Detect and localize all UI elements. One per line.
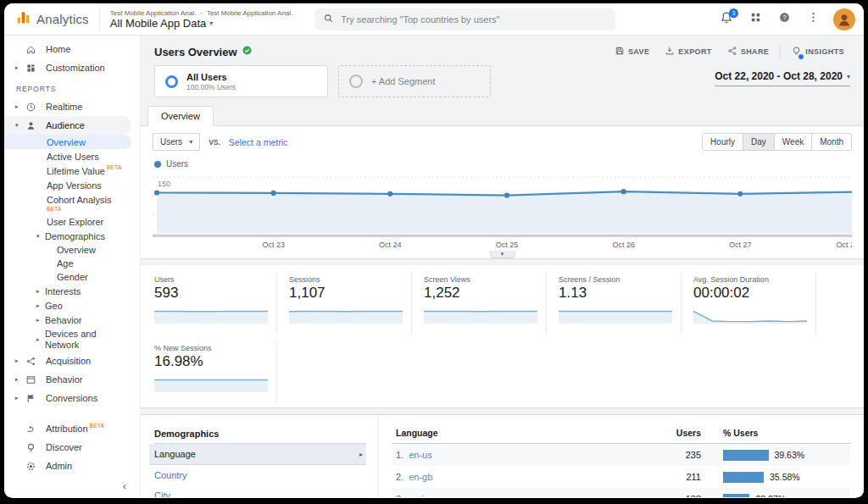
tab-overview[interactable]: Overview [147,106,214,126]
dimension-city[interactable]: City [154,485,366,497]
sidebar-item-customization[interactable]: ▸Customization [4,58,140,77]
select-metric-link[interactable]: Select a metric [229,137,287,147]
language-table: Language Users % Users 1.en-us23539.63%2… [379,415,864,497]
sidebar-item-attribution[interactable]: AttributionBETA [4,419,140,438]
save-button[interactable]: SAVE [607,43,657,60]
metric-sparkline [154,372,268,396]
dimension-label: City [154,490,170,497]
sidebar-item-active-users[interactable]: Active Users [4,149,140,163]
date-range-picker[interactable]: Oct 22, 2020 - Oct 28, 2020 ▾ [715,65,850,86]
add-segment-button[interactable]: + Add Segment [338,65,491,97]
pct-cell: 35.58% [723,472,850,483]
users-cell: 211 [642,472,701,482]
metric-value: 1.13 [559,285,672,302]
notifications-button[interactable]: 3 [718,11,735,28]
segment-subtitle: 100.00% Users [186,83,236,91]
sidebar-item-label: Admin [46,461,72,471]
segment-all-users[interactable]: All Users 100.00% Users [154,65,328,97]
metric-sparkline [289,303,403,327]
chart-legend-label: Users [166,159,188,169]
sidebar-item-acquisition[interactable]: ▸Acquisition [4,352,140,370]
sidebar-item-lifetime-value[interactable]: Lifetime ValueBETA [4,163,140,178]
granularity-month[interactable]: Month [811,134,851,150]
apps-grid-icon [749,11,762,27]
sidebar-item-cohort-analysis[interactable]: Cohort AnalysisBETA [4,192,140,214]
chevron-right-icon: ▸ [15,357,25,364]
chevron-down-icon: ▾ [189,138,192,146]
users-cell: 235 [642,450,701,460]
sidebar-item-overview[interactable]: Overview [4,243,140,257]
sidebar-item-label: Discover [46,442,82,452]
sidebar-item-geo[interactable]: ▸Geo [4,298,140,313]
sidebar-item-overview[interactable]: Overview [4,135,131,149]
sidebar-item-age[interactable]: Age [4,257,140,270]
sidebar-item-interests[interactable]: ▸Interests [4,284,140,298]
header-divider [99,9,100,30]
sidebar-item-behavior[interactable]: ▸Behavior [4,313,140,327]
action-label: SAVE [628,47,649,56]
sidebar-item-realtime[interactable]: ▸Realtime [4,97,140,116]
sidebar-item-label: Audience [46,120,85,130]
breadcrumb-account[interactable]: Test Mobile Application Anal. [110,9,196,17]
metric-card-screens-session[interactable]: Screens / Session1.13 [557,274,682,334]
sidebar-item-devices-and-network[interactable]: ▸Devices and Network [4,327,140,352]
language-link[interactable]: en-in [409,494,429,497]
sidebar-item-user-explorer[interactable]: User Explorer [4,214,140,229]
chevron-right-icon: ▸ [15,103,25,110]
property-selector[interactable]: All Mobile App Data ▾ [110,17,292,30]
metric-card-avg-session-duration[interactable]: Avg. Session Duration00:00:02 [692,274,816,334]
sidebar-item-label: User Explorer [47,217,103,227]
language-link[interactable]: en-us [409,450,432,460]
insights-button[interactable]: INSIGHTS [784,43,852,60]
apps-button[interactable] [747,11,764,28]
metric-card-sessions[interactable]: Sessions1,107 [287,274,412,334]
help-button[interactable]: ? [776,11,793,28]
chart-expander-button[interactable]: ▼ [490,251,515,258]
sidebar-collapse-button[interactable]: ‹ [109,476,140,497]
chart-legend: Users [154,159,852,169]
discover-icon [25,442,46,453]
sidebar-item-home[interactable]: Home [4,40,140,58]
sidebar-item-behavior[interactable]: ▸Behavior [4,370,140,389]
main-content: Users Overview SAVEEXPORTSHAREINSIGHTS A… [141,36,864,497]
sidebar-item-admin[interactable]: Admin [4,457,140,475]
granularity-hourly[interactable]: Hourly [703,134,743,150]
dimension-language[interactable]: Language▸ [149,444,366,465]
language-link[interactable]: en-gb [409,472,432,482]
sidebar-item-demographics[interactable]: ▾Demographics [4,229,140,243]
svg-text:Oct 25: Oct 25 [496,241,519,249]
granularity-day[interactable]: Day [743,134,774,150]
search-input[interactable]: Try searching "Top countries by users" [314,8,615,30]
metric-card-users[interactable]: Users593 [153,274,277,334]
dimension-group-demographics: Demographics [154,424,366,444]
sidebar-item-discover[interactable]: Discover [4,438,140,457]
export-button[interactable]: EXPORT [657,43,719,60]
notification-badge: 3 [729,8,738,18]
breadcrumb-property[interactable]: Test Mobile Application Anal. [207,9,292,17]
kebab-menu-icon [807,11,820,27]
analytics-bars-icon [16,10,31,28]
attribution-icon [25,424,46,435]
sidebar-item-audience[interactable]: ▾Audience [4,116,131,135]
sidebar-item-gender[interactable]: Gender [4,270,140,284]
dimension-list: DemographicsLanguage▸CountryCityApp Info… [141,415,379,497]
series-dot-icon [154,161,161,168]
metric-dropdown[interactable]: Users ▾ [153,133,200,151]
dimension-label: Language [154,449,196,459]
metric-card-screen-views[interactable]: Screen Views1,252 [422,274,547,334]
dimension-country[interactable]: Country [154,465,366,485]
sidebar-item-app-versions[interactable]: App Versions [4,178,140,192]
share-button[interactable]: SHARE [720,43,777,60]
avatar[interactable] [833,8,855,30]
more-options-button[interactable] [804,11,821,28]
action-label: INSIGHTS [805,47,844,56]
analytics-logo[interactable]: Analytics [16,10,89,28]
verified-check-icon [242,45,253,58]
sidebar-item-conversions[interactable]: ▸Conversions [4,389,140,407]
chart-panel: Users ▾ VS. Select a metric HourlyDayWee… [141,126,864,259]
pct-value: 35.58% [770,472,800,482]
metric-card--new-sessions[interactable]: % New Sessions16.98% [153,342,277,402]
granularity-week[interactable]: Week [774,134,811,150]
column-language: Language [392,428,642,438]
user-type-pie-chart: 83%17% [826,288,864,395]
